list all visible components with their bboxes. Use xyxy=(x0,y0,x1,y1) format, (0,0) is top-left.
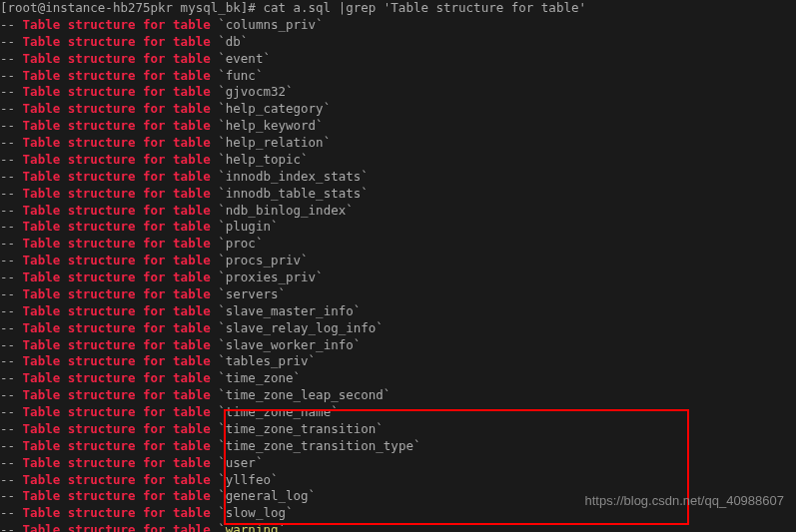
grep-match: Table structure for table xyxy=(23,17,211,32)
grep-match: Table structure for table xyxy=(23,236,211,251)
grep-match: Table structure for table xyxy=(23,101,211,116)
table-name: proxies_priv xyxy=(226,269,316,284)
grep-match: Table structure for table xyxy=(23,286,211,301)
comment-prefix: -- xyxy=(0,186,23,201)
table-name: servers xyxy=(226,286,279,301)
table-name: gjvocm32 xyxy=(226,84,286,99)
comment-prefix: -- xyxy=(0,438,23,453)
grep-output-line: -- Table structure for table `slave_work… xyxy=(0,337,796,354)
table-name: help_topic xyxy=(226,152,301,167)
grep-output-line: -- Table structure for table `time_zone` xyxy=(0,370,796,387)
comment-prefix: -- xyxy=(0,353,23,368)
table-name: event xyxy=(226,51,264,66)
table-name: innodb_table_stats xyxy=(226,186,361,201)
comment-prefix: -- xyxy=(0,68,23,83)
grep-match: Table structure for table xyxy=(23,219,211,234)
comment-prefix: -- xyxy=(0,472,23,487)
comment-prefix: -- xyxy=(0,219,23,234)
table-name: time_zone_name xyxy=(226,404,331,419)
comment-prefix: -- xyxy=(0,253,23,267)
comment-prefix: -- xyxy=(0,17,23,32)
grep-match: Table structure for table xyxy=(23,84,211,99)
grep-output-line: -- Table structure for table `ndb_binlog… xyxy=(0,203,796,220)
table-name: yllfeo xyxy=(226,472,271,487)
grep-match: Table structure for table xyxy=(23,370,211,385)
table-name: general_log xyxy=(226,488,309,503)
grep-match: Table structure for table xyxy=(23,34,211,49)
grep-output-line: -- Table structure for table `yllfeo` xyxy=(0,472,796,489)
comment-prefix: -- xyxy=(0,51,23,66)
table-name: innodb_index_stats xyxy=(226,169,361,184)
grep-output-line: -- Table structure for table `time_zone_… xyxy=(0,421,796,438)
grep-match: Table structure for table xyxy=(23,421,211,436)
grep-match: Table structure for table xyxy=(23,118,211,133)
grep-output-line: -- Table structure for table `db` xyxy=(0,34,796,51)
comment-prefix: -- xyxy=(0,370,23,385)
table-name: proc xyxy=(226,236,256,251)
grep-output-line: -- Table structure for table `innodb_ind… xyxy=(0,169,796,186)
comment-prefix: -- xyxy=(0,135,23,150)
grep-output-line: -- Table structure for table `time_zone_… xyxy=(0,404,796,421)
table-name: slave_master_info xyxy=(226,303,354,318)
comment-prefix: -- xyxy=(0,505,23,520)
grep-output-line: -- Table structure for table `proc` xyxy=(0,236,796,253)
grep-output-line: -- Table structure for table `tables_pri… xyxy=(0,353,796,370)
table-name: columns_priv xyxy=(226,17,316,32)
watermark-text: https://blog.csdn.net/qq_40988607 xyxy=(585,492,785,510)
grep-match: Table structure for table xyxy=(23,269,211,284)
table-name: user xyxy=(226,455,256,470)
comment-prefix: -- xyxy=(0,404,23,419)
grep-match: Table structure for table xyxy=(23,472,211,487)
grep-output-line: -- Table structure for table `innodb_tab… xyxy=(0,186,796,203)
grep-match: Table structure for table xyxy=(23,186,211,201)
grep-output-line: -- Table structure for table `slave_rela… xyxy=(0,320,796,337)
grep-output-line: -- Table structure for table `func` xyxy=(0,68,796,85)
table-name: help_keyword xyxy=(226,118,316,133)
grep-output-line: -- Table structure for table `help_categ… xyxy=(0,101,796,118)
comment-prefix: -- xyxy=(0,169,23,184)
grep-output-line: -- Table structure for table `help_keywo… xyxy=(0,118,796,135)
table-name: time_zone_transition_type xyxy=(226,438,413,453)
comment-prefix: -- xyxy=(0,488,23,503)
grep-match: Table structure for table xyxy=(23,387,211,402)
grep-match: Table structure for table xyxy=(23,253,211,267)
table-name: plugin xyxy=(226,219,271,234)
grep-output-line: -- Table structure for table `time_zone_… xyxy=(0,438,796,455)
comment-prefix: -- xyxy=(0,203,23,218)
comment-prefix: -- xyxy=(0,303,23,318)
comment-prefix: -- xyxy=(0,101,23,116)
table-name: slave_relay_log_info xyxy=(226,320,377,335)
comment-prefix: -- xyxy=(0,269,23,284)
table-name: help_relation xyxy=(226,135,324,150)
table-name: tables_priv xyxy=(226,353,309,368)
grep-output-line: -- Table structure for table `warning` xyxy=(0,522,796,532)
grep-output-line: -- Table structure for table `procs_priv… xyxy=(0,253,796,269)
table-name: time_zone_transition xyxy=(226,421,377,436)
grep-match: Table structure for table xyxy=(23,169,211,184)
grep-output-line: -- Table structure for table `user` xyxy=(0,455,796,472)
grep-match: Table structure for table xyxy=(23,438,211,453)
table-name: time_zone_leap_second xyxy=(226,387,384,402)
table-name: slave_worker_info xyxy=(226,337,354,352)
comment-prefix: -- xyxy=(0,522,23,532)
comment-prefix: -- xyxy=(0,34,23,49)
grep-match: Table structure for table xyxy=(23,152,211,167)
grep-output-line: -- Table structure for table `event` xyxy=(0,51,796,68)
grep-match: Table structure for table xyxy=(23,320,211,335)
table-name: ndb_binlog_index xyxy=(226,203,346,218)
terminal-output: [root@instance-hb275pkr mysql_bk]# cat a… xyxy=(0,0,796,532)
comment-prefix: -- xyxy=(0,421,23,436)
grep-match: Table structure for table xyxy=(23,203,211,218)
comment-prefix: -- xyxy=(0,286,23,301)
grep-match: Table structure for table xyxy=(23,337,211,352)
comment-prefix: -- xyxy=(0,236,23,251)
grep-match: Table structure for table xyxy=(23,404,211,419)
grep-match: Table structure for table xyxy=(23,135,211,150)
grep-output-line: -- Table structure for table `help_topic… xyxy=(0,152,796,169)
grep-match: Table structure for table xyxy=(23,68,211,83)
grep-output-line: -- Table structure for table `time_zone_… xyxy=(0,387,796,404)
comment-prefix: -- xyxy=(0,337,23,352)
comment-prefix: -- xyxy=(0,387,23,402)
table-name: func xyxy=(226,68,256,83)
table-name: warning xyxy=(226,522,279,532)
